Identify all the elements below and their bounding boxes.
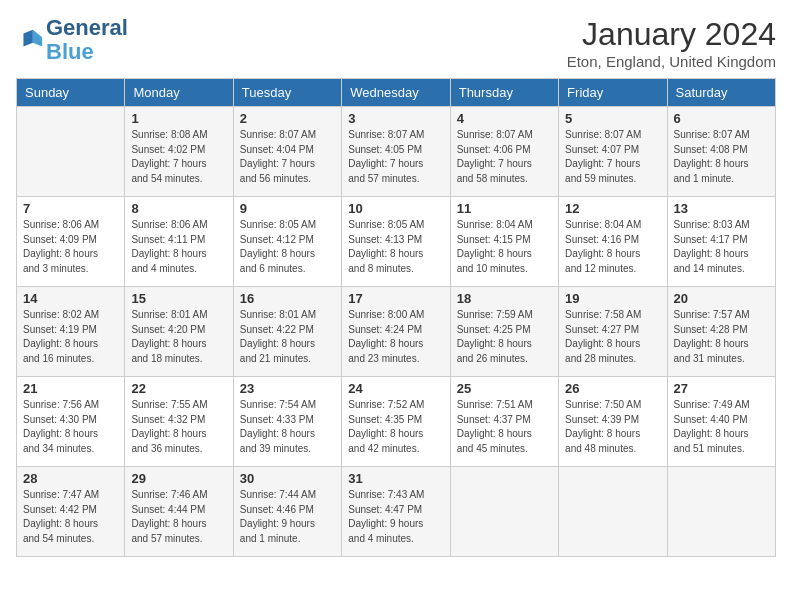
cell-info: Sunrise: 7:56 AM Sunset: 4:30 PM Dayligh… — [23, 398, 118, 456]
page-header: General Blue January 2024 Eton, England,… — [16, 16, 776, 70]
calendar-cell: 15Sunrise: 8:01 AM Sunset: 4:20 PM Dayli… — [125, 287, 233, 377]
col-header-tuesday: Tuesday — [233, 79, 341, 107]
calendar-cell: 17Sunrise: 8:00 AM Sunset: 4:24 PM Dayli… — [342, 287, 450, 377]
day-number: 2 — [240, 111, 335, 126]
day-number: 13 — [674, 201, 769, 216]
cell-info: Sunrise: 7:50 AM Sunset: 4:39 PM Dayligh… — [565, 398, 660, 456]
cell-info: Sunrise: 8:01 AM Sunset: 4:22 PM Dayligh… — [240, 308, 335, 366]
logo: General Blue — [16, 16, 128, 64]
calendar-cell: 16Sunrise: 8:01 AM Sunset: 4:22 PM Dayli… — [233, 287, 341, 377]
day-number: 7 — [23, 201, 118, 216]
calendar-cell: 20Sunrise: 7:57 AM Sunset: 4:28 PM Dayli… — [667, 287, 775, 377]
day-number: 4 — [457, 111, 552, 126]
calendar-cell: 4Sunrise: 8:07 AM Sunset: 4:06 PM Daylig… — [450, 107, 558, 197]
calendar-cell: 29Sunrise: 7:46 AM Sunset: 4:44 PM Dayli… — [125, 467, 233, 557]
cell-info: Sunrise: 7:47 AM Sunset: 4:42 PM Dayligh… — [23, 488, 118, 546]
calendar-cell: 8Sunrise: 8:06 AM Sunset: 4:11 PM Daylig… — [125, 197, 233, 287]
col-header-saturday: Saturday — [667, 79, 775, 107]
cell-info: Sunrise: 8:07 AM Sunset: 4:04 PM Dayligh… — [240, 128, 335, 186]
day-number: 5 — [565, 111, 660, 126]
day-number: 31 — [348, 471, 443, 486]
calendar-week-row: 7Sunrise: 8:06 AM Sunset: 4:09 PM Daylig… — [17, 197, 776, 287]
calendar-cell — [667, 467, 775, 557]
logo-icon — [16, 26, 44, 54]
cell-info: Sunrise: 7:54 AM Sunset: 4:33 PM Dayligh… — [240, 398, 335, 456]
calendar-cell: 10Sunrise: 8:05 AM Sunset: 4:13 PM Dayli… — [342, 197, 450, 287]
calendar-cell: 13Sunrise: 8:03 AM Sunset: 4:17 PM Dayli… — [667, 197, 775, 287]
day-number: 30 — [240, 471, 335, 486]
day-number: 18 — [457, 291, 552, 306]
cell-info: Sunrise: 7:43 AM Sunset: 4:47 PM Dayligh… — [348, 488, 443, 546]
cell-info: Sunrise: 7:57 AM Sunset: 4:28 PM Dayligh… — [674, 308, 769, 366]
cell-info: Sunrise: 8:07 AM Sunset: 4:08 PM Dayligh… — [674, 128, 769, 186]
calendar-table: SundayMondayTuesdayWednesdayThursdayFrid… — [16, 78, 776, 557]
cell-info: Sunrise: 8:06 AM Sunset: 4:11 PM Dayligh… — [131, 218, 226, 276]
calendar-week-row: 1Sunrise: 8:08 AM Sunset: 4:02 PM Daylig… — [17, 107, 776, 197]
day-number: 27 — [674, 381, 769, 396]
calendar-cell: 30Sunrise: 7:44 AM Sunset: 4:46 PM Dayli… — [233, 467, 341, 557]
calendar-cell: 18Sunrise: 7:59 AM Sunset: 4:25 PM Dayli… — [450, 287, 558, 377]
calendar-cell: 19Sunrise: 7:58 AM Sunset: 4:27 PM Dayli… — [559, 287, 667, 377]
col-header-monday: Monday — [125, 79, 233, 107]
calendar-cell: 31Sunrise: 7:43 AM Sunset: 4:47 PM Dayli… — [342, 467, 450, 557]
day-number: 23 — [240, 381, 335, 396]
cell-info: Sunrise: 8:02 AM Sunset: 4:19 PM Dayligh… — [23, 308, 118, 366]
day-number: 3 — [348, 111, 443, 126]
calendar-cell: 23Sunrise: 7:54 AM Sunset: 4:33 PM Dayli… — [233, 377, 341, 467]
logo-line2: Blue — [46, 40, 128, 64]
cell-info: Sunrise: 8:04 AM Sunset: 4:15 PM Dayligh… — [457, 218, 552, 276]
day-number: 21 — [23, 381, 118, 396]
calendar-cell: 9Sunrise: 8:05 AM Sunset: 4:12 PM Daylig… — [233, 197, 341, 287]
col-header-wednesday: Wednesday — [342, 79, 450, 107]
calendar-cell: 2Sunrise: 8:07 AM Sunset: 4:04 PM Daylig… — [233, 107, 341, 197]
calendar-cell: 1Sunrise: 8:08 AM Sunset: 4:02 PM Daylig… — [125, 107, 233, 197]
day-number: 28 — [23, 471, 118, 486]
calendar-cell: 6Sunrise: 8:07 AM Sunset: 4:08 PM Daylig… — [667, 107, 775, 197]
calendar-week-row: 21Sunrise: 7:56 AM Sunset: 4:30 PM Dayli… — [17, 377, 776, 467]
cell-info: Sunrise: 8:07 AM Sunset: 4:06 PM Dayligh… — [457, 128, 552, 186]
day-number: 11 — [457, 201, 552, 216]
day-number: 25 — [457, 381, 552, 396]
day-number: 16 — [240, 291, 335, 306]
col-header-sunday: Sunday — [17, 79, 125, 107]
month-title: January 2024 — [567, 16, 776, 53]
calendar-week-row: 14Sunrise: 8:02 AM Sunset: 4:19 PM Dayli… — [17, 287, 776, 377]
calendar-week-row: 28Sunrise: 7:47 AM Sunset: 4:42 PM Dayli… — [17, 467, 776, 557]
cell-info: Sunrise: 7:55 AM Sunset: 4:32 PM Dayligh… — [131, 398, 226, 456]
cell-info: Sunrise: 8:07 AM Sunset: 4:07 PM Dayligh… — [565, 128, 660, 186]
calendar-cell — [17, 107, 125, 197]
day-number: 1 — [131, 111, 226, 126]
calendar-cell: 24Sunrise: 7:52 AM Sunset: 4:35 PM Dayli… — [342, 377, 450, 467]
calendar-cell: 5Sunrise: 8:07 AM Sunset: 4:07 PM Daylig… — [559, 107, 667, 197]
col-header-friday: Friday — [559, 79, 667, 107]
day-number: 17 — [348, 291, 443, 306]
cell-info: Sunrise: 7:58 AM Sunset: 4:27 PM Dayligh… — [565, 308, 660, 366]
calendar-cell: 12Sunrise: 8:04 AM Sunset: 4:16 PM Dayli… — [559, 197, 667, 287]
calendar-cell — [450, 467, 558, 557]
cell-info: Sunrise: 7:52 AM Sunset: 4:35 PM Dayligh… — [348, 398, 443, 456]
cell-info: Sunrise: 8:04 AM Sunset: 4:16 PM Dayligh… — [565, 218, 660, 276]
cell-info: Sunrise: 8:07 AM Sunset: 4:05 PM Dayligh… — [348, 128, 443, 186]
calendar-cell: 11Sunrise: 8:04 AM Sunset: 4:15 PM Dayli… — [450, 197, 558, 287]
col-header-thursday: Thursday — [450, 79, 558, 107]
calendar-cell: 3Sunrise: 8:07 AM Sunset: 4:05 PM Daylig… — [342, 107, 450, 197]
calendar-cell: 22Sunrise: 7:55 AM Sunset: 4:32 PM Dayli… — [125, 377, 233, 467]
day-number: 6 — [674, 111, 769, 126]
cell-info: Sunrise: 8:01 AM Sunset: 4:20 PM Dayligh… — [131, 308, 226, 366]
day-number: 22 — [131, 381, 226, 396]
calendar-cell: 21Sunrise: 7:56 AM Sunset: 4:30 PM Dayli… — [17, 377, 125, 467]
cell-info: Sunrise: 8:05 AM Sunset: 4:12 PM Dayligh… — [240, 218, 335, 276]
location-subtitle: Eton, England, United Kingdom — [567, 53, 776, 70]
logo-line1: General — [46, 16, 128, 40]
calendar-cell: 7Sunrise: 8:06 AM Sunset: 4:09 PM Daylig… — [17, 197, 125, 287]
day-number: 12 — [565, 201, 660, 216]
day-number: 15 — [131, 291, 226, 306]
cell-info: Sunrise: 8:03 AM Sunset: 4:17 PM Dayligh… — [674, 218, 769, 276]
cell-info: Sunrise: 8:05 AM Sunset: 4:13 PM Dayligh… — [348, 218, 443, 276]
cell-info: Sunrise: 7:49 AM Sunset: 4:40 PM Dayligh… — [674, 398, 769, 456]
calendar-cell: 14Sunrise: 8:02 AM Sunset: 4:19 PM Dayli… — [17, 287, 125, 377]
calendar-cell — [559, 467, 667, 557]
day-number: 26 — [565, 381, 660, 396]
calendar-cell: 25Sunrise: 7:51 AM Sunset: 4:37 PM Dayli… — [450, 377, 558, 467]
day-number: 29 — [131, 471, 226, 486]
